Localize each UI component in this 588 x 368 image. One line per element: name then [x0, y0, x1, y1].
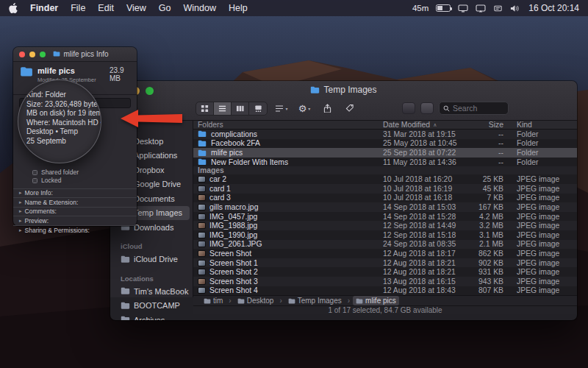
menu-item[interactable]: Edit	[98, 3, 114, 13]
sidebar-item[interactable]: Tim's MacBook Pr...	[113, 284, 190, 299]
disclosure-triangle-icon: ▸	[19, 199, 22, 205]
loupe-text-line: MB on disk) for 19 items	[26, 109, 101, 118]
menu-item[interactable]: View	[126, 3, 146, 13]
file-date: 25 Sep 2018 at 07:22	[383, 149, 471, 157]
file-kind: JPEG image	[506, 259, 577, 267]
info-sections: ▸ More Info: ▸ Name & Extension: ▸ Comme…	[13, 188, 137, 235]
file-name: complications	[211, 130, 257, 138]
table-row[interactable]: card 3 10 Jul 2018 at 16:18 7 KB JPEG im…	[193, 194, 577, 203]
action-button[interactable]: ⚙▾	[295, 102, 313, 116]
info-section-row[interactable]: ▸ Comments:	[13, 207, 137, 216]
images-group-header: Images	[193, 166, 577, 174]
zoom-button[interactable]	[40, 52, 46, 57]
file-size: 807 KB	[471, 286, 506, 294]
table-row[interactable]: New Folder With Items 11 May 2018 at 14:…	[193, 158, 577, 167]
tags-button[interactable]	[341, 102, 359, 116]
column-header-size[interactable]: Size	[471, 121, 506, 129]
table-row[interactable]: mlife pics 25 Sep 2018 at 07:22 -- Folde…	[193, 148, 577, 158]
checkbox-row[interactable]: Shared folder	[32, 169, 137, 177]
file-kind: JPEG image	[506, 250, 577, 258]
info-section-row[interactable]: ▸ Preview:	[13, 216, 137, 225]
minimize-button[interactable]	[29, 52, 35, 57]
image-thumbnail	[198, 269, 206, 275]
table-row[interactable]: IMG_1990.jpg 12 Sep 2018 at 15:18 3.1 MB…	[193, 230, 577, 240]
file-date: 14 Sep 2018 at 15:28	[383, 213, 471, 221]
image-thumbnail	[198, 194, 206, 201]
apple-menu[interactable]	[9, 3, 18, 14]
table-row[interactable]: IMG_1988.jpg 12 Sep 2018 at 14:49 3.2 MB…	[193, 221, 577, 230]
path-separator: ›	[348, 297, 350, 305]
path-item[interactable]: Temp Images	[285, 296, 345, 305]
menu-extra-icon[interactable]	[493, 4, 503, 13]
close-button[interactable]	[19, 52, 25, 57]
list-view-button[interactable]	[214, 102, 232, 115]
menu-item-finder[interactable]: Finder	[30, 3, 58, 13]
battery-icon[interactable]	[436, 4, 451, 12]
info-title-bar[interactable]: mlife pics Info	[13, 47, 137, 62]
checkbox[interactable]	[32, 178, 37, 183]
sidebar-item[interactable]: Archives	[113, 313, 190, 320]
sidebar-item-label: Google Drive	[134, 180, 181, 188]
toolbar-app-button-1[interactable]	[402, 102, 415, 114]
folder-icon	[198, 130, 207, 138]
title-bar[interactable]: Temp Images	[110, 81, 577, 99]
menu-bar-clock[interactable]: 16 Oct 20:14	[528, 3, 579, 13]
sidebar-item[interactable]: BOOTCAMP	[113, 299, 190, 314]
table-row[interactable]: complications 31 Mar 2018 at 19:15 -- Fo…	[193, 130, 577, 139]
sidebar-item[interactable]: Locations	[113, 272, 190, 284]
checkbox-row[interactable]: Locked	[32, 177, 137, 185]
screen-mirroring-icon[interactable]	[476, 4, 486, 13]
table-row[interactable]: car 2 10 Jul 2018 at 16:20 25 KB JPEG im…	[193, 174, 577, 184]
gallery-view-button[interactable]	[249, 102, 267, 115]
annotation-arrow-icon	[121, 109, 182, 128]
path-item-label: Temp Images	[298, 297, 342, 305]
column-view-button[interactable]	[232, 102, 249, 115]
menu-item[interactable]: Window	[183, 3, 215, 13]
info-checkboxes: Shared folder Locked	[13, 169, 137, 186]
search-input[interactable]	[453, 104, 504, 113]
table-row[interactable]: Screen Shot 12 Aug 2018 at 18:17 862 KB …	[193, 249, 577, 258]
info-section-row[interactable]: ▸ More Info:	[13, 188, 137, 198]
column-header-date[interactable]: Date Modified∧	[383, 121, 471, 129]
table-row[interactable]: gills macro.jpg 14 Sep 2018 at 15:03 167…	[193, 202, 577, 212]
group-button[interactable]: ▾	[273, 102, 290, 116]
table-row[interactable]: Screen Shot 4 12 Aug 2018 at 18:43 807 K…	[193, 286, 577, 296]
file-size: 3.2 MB	[471, 222, 506, 230]
zoom-button[interactable]	[146, 87, 154, 95]
info-section-row[interactable]: ▸ Name & Extension:	[13, 197, 137, 207]
column-header-kind[interactable]: Kind	[506, 121, 577, 129]
sidebar-item-label: Tim's MacBook Pr...	[134, 287, 190, 296]
menu-items: FileEditViewGoWindowHelp	[71, 3, 259, 13]
folder-icon	[121, 302, 130, 310]
info-section-row[interactable]: ▸ Sharing & Permissions:	[13, 225, 137, 235]
checkbox[interactable]	[32, 170, 37, 175]
search-field[interactable]	[439, 102, 509, 115]
sidebar-item[interactable]: iCloud	[113, 241, 190, 252]
sidebar-item[interactable]: iCloud Drive	[113, 252, 190, 267]
path-item[interactable]: mlife pics	[353, 296, 399, 305]
file-name: IMG_1988.jpg	[209, 222, 257, 230]
table-row[interactable]: Facebook 2FA 25 May 2018 at 10:45 -- Fol…	[193, 139, 577, 149]
icon-view-button[interactable]	[196, 102, 214, 115]
volume-icon[interactable]	[510, 4, 520, 13]
table-row[interactable]: card 1 10 Jul 2018 at 16:19 45 KB JPEG i…	[193, 184, 577, 194]
path-item-label: tim	[213, 297, 223, 305]
table-row[interactable]: IMG_0457.jpg 14 Sep 2018 at 15:28 4.2 MB…	[193, 212, 577, 222]
toolbar-app-button-2[interactable]	[420, 102, 434, 114]
apple-icon	[9, 3, 18, 13]
table-row[interactable]: Screen Shot 2 12 Aug 2018 at 18:21 931 K…	[193, 267, 577, 277]
table-row[interactable]: Screen Shot 1 12 Aug 2018 at 18:21 902 K…	[193, 258, 577, 268]
share-button[interactable]	[318, 102, 336, 116]
table-row[interactable]: IMG_2061.JPG 24 Sep 2018 at 08:35 2.1 MB…	[193, 240, 577, 250]
menu-item[interactable]: File	[71, 3, 85, 13]
path-item[interactable]: tim	[201, 296, 226, 305]
path-item[interactable]: Desktop	[234, 296, 277, 305]
table-row[interactable]: Screen Shot 3 13 Aug 2018 at 16:15 943 K…	[193, 277, 577, 286]
menu-item[interactable]: Help	[229, 3, 248, 13]
menu-item[interactable]: Go	[159, 3, 171, 13]
display-icon[interactable]	[458, 4, 468, 13]
image-thumbnail	[198, 222, 206, 229]
folder-icon	[198, 140, 207, 147]
column-header-name[interactable]: Folders	[198, 121, 383, 129]
file-size: --	[471, 139, 506, 147]
